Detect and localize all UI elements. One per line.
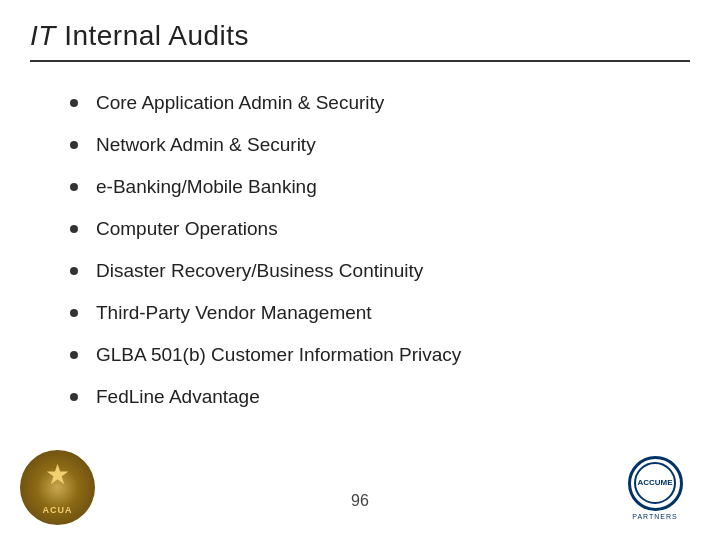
list-item-text: Disaster Recovery/Business Continuity: [96, 260, 423, 282]
list-item-text: FedLine Advantage: [96, 386, 260, 408]
bullet-icon: [70, 183, 78, 191]
page-number: 96: [351, 492, 369, 510]
list-item: Third-Party Vendor Management: [70, 292, 690, 334]
list-item: Core Application Admin & Security: [70, 82, 690, 124]
slide-title: IT Internal Audits: [30, 20, 690, 52]
list-item: GLBA 501(b) Customer Information Privacy: [70, 334, 690, 376]
list-item: FedLine Advantage: [70, 376, 690, 418]
acua-logo-container: [20, 450, 100, 525]
audit-list: Core Application Admin & SecurityNetwork…: [70, 82, 690, 418]
list-item-text: Core Application Admin & Security: [96, 92, 384, 114]
list-item-text: Computer Operations: [96, 218, 278, 240]
accume-logo-container: ACCUME PARTNERS: [610, 450, 700, 525]
bullet-icon: [70, 141, 78, 149]
list-item: Network Admin & Security: [70, 124, 690, 166]
acua-logo: [20, 450, 95, 525]
list-item: Disaster Recovery/Business Continuity: [70, 250, 690, 292]
bullet-icon: [70, 267, 78, 275]
list-item: e-Banking/Mobile Banking: [70, 166, 690, 208]
bullet-icon: [70, 99, 78, 107]
accume-logo: ACCUME PARTNERS: [613, 453, 698, 523]
bullet-icon: [70, 225, 78, 233]
bullet-icon: [70, 309, 78, 317]
footer: 96 ACCUME PARTNERS: [0, 450, 720, 525]
accume-circle: ACCUME: [628, 456, 683, 511]
accume-inner-text: ACCUME: [637, 478, 672, 488]
list-item: Computer Operations: [70, 208, 690, 250]
title-main: Internal Audits: [56, 20, 249, 51]
accume-sub-text: PARTNERS: [632, 513, 677, 520]
list-item-text: GLBA 501(b) Customer Information Privacy: [96, 344, 461, 366]
list-item-text: Third-Party Vendor Management: [96, 302, 372, 324]
slide-container: IT Internal Audits Core Application Admi…: [0, 0, 720, 540]
list-item-text: Network Admin & Security: [96, 134, 316, 156]
bullet-icon: [70, 351, 78, 359]
title-section: IT Internal Audits: [30, 20, 690, 62]
bullet-icon: [70, 393, 78, 401]
title-prefix: IT: [30, 20, 56, 51]
list-item-text: e-Banking/Mobile Banking: [96, 176, 317, 198]
